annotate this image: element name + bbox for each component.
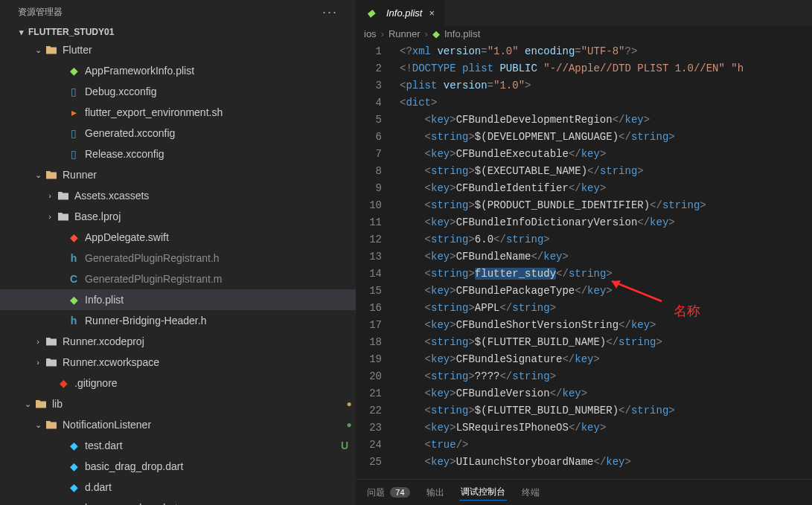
- tree-item-label: basic_drag_drop.dart: [85, 458, 356, 475]
- explorer-more-icon[interactable]: ···: [322, 4, 338, 20]
- project-root-label: FLUTTER_STUDY01: [28, 27, 114, 37]
- code-line[interactable]: <string>APPL</string>: [392, 300, 812, 317]
- code-line[interactable]: <key>LSRequiresIPhoneOS</key>: [392, 419, 812, 437]
- chevron-right-icon[interactable]: ›: [33, 333, 43, 350]
- tree-item-label: AppDelegate.swift: [85, 229, 356, 245]
- editor-area: ◆ Info.plist × ios › Runner › ◆ Info.pli…: [357, 0, 812, 505]
- file-tree[interactable]: ⌄Flutter›◆AppFrameworkInfo.plist›▯Debug.…: [0, 39, 356, 505]
- code-line[interactable]: <string>flutter_study</string>: [392, 266, 812, 283]
- tree-item[interactable]: ⌄Runner: [0, 164, 356, 185]
- folder-icon: [57, 211, 70, 222]
- code-line[interactable]: <true/>: [392, 437, 812, 454]
- problems-count-badge: 74: [390, 487, 409, 498]
- code-line[interactable]: <key>CFBundleSignature</key>: [392, 351, 812, 368]
- code-line[interactable]: <?xml version="1.0" encoding="UTF-8"?>: [392, 43, 812, 60]
- tree-item[interactable]: ›◆.gitignore: [0, 373, 356, 393]
- tree-item[interactable]: ›▯Release.xcconfig: [0, 144, 356, 164]
- tree-item[interactable]: ›Runner.xcworkspace: [0, 352, 356, 373]
- git-status-dot: ●: [342, 416, 356, 433]
- breadcrumb-item[interactable]: ios: [364, 28, 377, 39]
- explorer-sidebar: 资源管理器 ··· ▾ FLUTTER_STUDY01 ⌄Flutter›◆Ap…: [0, 0, 357, 505]
- code-line[interactable]: <plist version="1.0">: [392, 77, 812, 94]
- folder-icon: [45, 336, 58, 347]
- code-line[interactable]: <!DOCTYPE plist PUBLIC "-//Apple//DTD PL…: [392, 60, 812, 77]
- code-line[interactable]: <key>CFBundleVersion</key>: [392, 385, 812, 402]
- code-line[interactable]: <string>$(PRODUCT_BUNDLE_IDENTIFIER)</st…: [392, 197, 812, 214]
- tree-item[interactable]: ›◆d.dart: [0, 477, 356, 498]
- code-line[interactable]: <key>CFBundleDevelopmentRegion</key>: [392, 112, 812, 129]
- tree-item[interactable]: ›◆basic_drag_drop.dart: [0, 456, 356, 477]
- panel-tab-problems[interactable]: 问题 74: [365, 485, 412, 501]
- tree-item[interactable]: ⌄lib●: [0, 393, 356, 414]
- xcconfig-icon: ▯: [67, 125, 80, 141]
- tree-item[interactable]: ›hGeneratedPluginRegistrant.h: [0, 248, 356, 268]
- tree-item[interactable]: ›Runner.xcodeproj: [0, 331, 356, 352]
- chevron-right-icon[interactable]: ›: [33, 354, 43, 370]
- code-line[interactable]: <dict>: [392, 94, 812, 112]
- tree-item[interactable]: ›▯Generated.xcconfig: [0, 123, 356, 144]
- tree-item[interactable]: ⌄NotificationListener●: [0, 414, 356, 435]
- project-root[interactable]: ▾ FLUTTER_STUDY01: [0, 25, 356, 39]
- tab-bar: ◆ Info.plist ×: [357, 0, 812, 25]
- tree-item-label: GeneratedPluginRegistrant.h: [85, 250, 356, 266]
- code-line[interactable]: <key>CFBundleShortVersionString</key>: [392, 317, 812, 334]
- code-editor[interactable]: 1234567891011121314151617181920212223242…: [357, 43, 812, 479]
- folder-open-icon: [45, 170, 58, 180]
- tree-item[interactable]: ›◆test.dartU: [0, 435, 356, 456]
- tree-item-label: Release.xcconfig: [85, 146, 356, 162]
- tree-item[interactable]: ›▯Debug.xcconfig: [0, 81, 356, 102]
- tree-item[interactable]: ›▸flutter_export_environment.sh: [0, 102, 356, 123]
- panel-tab-terminal[interactable]: 终端: [520, 485, 541, 501]
- tree-item-label: Runner.xcworkspace: [63, 354, 356, 370]
- tree-item-label: Runner-Bridging-Header.h: [85, 312, 356, 329]
- panel-tab-debug-console[interactable]: 调试控制台: [459, 484, 507, 501]
- tree-item[interactable]: ⌄Flutter: [0, 39, 356, 60]
- code-content[interactable]: <?xml version="1.0" encoding="UTF-8"?><!…: [392, 43, 812, 479]
- code-line[interactable]: <key>CFBundleIdentifier</key>: [392, 180, 812, 197]
- folder-icon: [57, 190, 70, 201]
- chevron-right-icon[interactable]: ›: [45, 187, 55, 204]
- panel-tab-output[interactable]: 输出: [425, 485, 446, 501]
- plist-icon: ◆: [364, 7, 377, 19]
- code-line[interactable]: <string>$(DEVELOPMENT_LANGUAGE)</string>: [392, 129, 812, 146]
- chevron-down-icon[interactable]: ⌄: [33, 42, 43, 58]
- chevron-down-icon[interactable]: ⌄: [33, 167, 43, 183]
- chevron-down-icon: ▾: [16, 28, 27, 37]
- code-line[interactable]: <string>$(EXECUTABLE_NAME)</string>: [392, 163, 812, 180]
- tree-item[interactable]: ›CGeneratedPluginRegistrant.m: [0, 268, 356, 289]
- git-status-dot: ●: [342, 396, 356, 412]
- git-icon: ◆: [57, 375, 70, 391]
- code-line[interactable]: <string>6.0</string>: [392, 231, 812, 248]
- chevron-down-icon[interactable]: ⌄: [33, 416, 43, 433]
- h-icon: h: [67, 250, 80, 266]
- code-line[interactable]: <string>$(FLUTTER_BUILD_NAME)</string>: [392, 334, 812, 351]
- close-icon[interactable]: ×: [426, 7, 437, 19]
- tree-item[interactable]: ›◆longpress_drag.dart: [0, 498, 356, 505]
- breadcrumb-item[interactable]: Info.plist: [444, 28, 480, 39]
- sh-icon: ▸: [67, 104, 80, 120]
- breadcrumbs[interactable]: ios › Runner › ◆ Info.plist: [357, 25, 812, 43]
- tab-label: Info.plist: [386, 7, 422, 19]
- tree-item-label: Generated.xcconfig: [85, 125, 356, 141]
- code-line[interactable]: <string>????</string>: [392, 368, 812, 385]
- code-line[interactable]: <string>$(FLUTTER_BUILD_NUMBER)</string>: [392, 402, 812, 419]
- tree-item-label: .gitignore: [74, 375, 356, 391]
- code-line[interactable]: <key>CFBundleInfoDictionaryVersion</key>: [392, 214, 812, 231]
- chevron-right-icon[interactable]: ›: [45, 208, 55, 225]
- tree-item[interactable]: ›◆Info.plist: [0, 289, 356, 310]
- breadcrumb-item[interactable]: Runner: [389, 28, 421, 39]
- chevron-down-icon[interactable]: ⌄: [22, 396, 33, 412]
- tree-item[interactable]: ›hRunner-Bridging-Header.h: [0, 310, 356, 331]
- tree-item[interactable]: ›Base.lproj: [0, 206, 356, 227]
- code-line[interactable]: <key>UILaunchStoryboardName</key>: [392, 454, 812, 471]
- tree-item-label: Debug.xcconfig: [85, 83, 356, 100]
- tree-item[interactable]: ›◆AppDelegate.swift: [0, 227, 356, 248]
- code-line[interactable]: <key>CFBundlePackageType</key>: [392, 283, 812, 300]
- tree-item[interactable]: ›Assets.xcassets: [0, 185, 356, 206]
- tree-item[interactable]: ›◆AppFrameworkInfo.plist: [0, 60, 356, 81]
- code-line[interactable]: <key>CFBundleName</key>: [392, 248, 812, 266]
- tab-infoplist[interactable]: ◆ Info.plist ×: [357, 0, 445, 25]
- dart-icon: ◆: [67, 500, 80, 505]
- tree-item-label: Runner.xcodeproj: [63, 333, 356, 350]
- code-line[interactable]: <key>CFBundleExecutable</key>: [392, 146, 812, 163]
